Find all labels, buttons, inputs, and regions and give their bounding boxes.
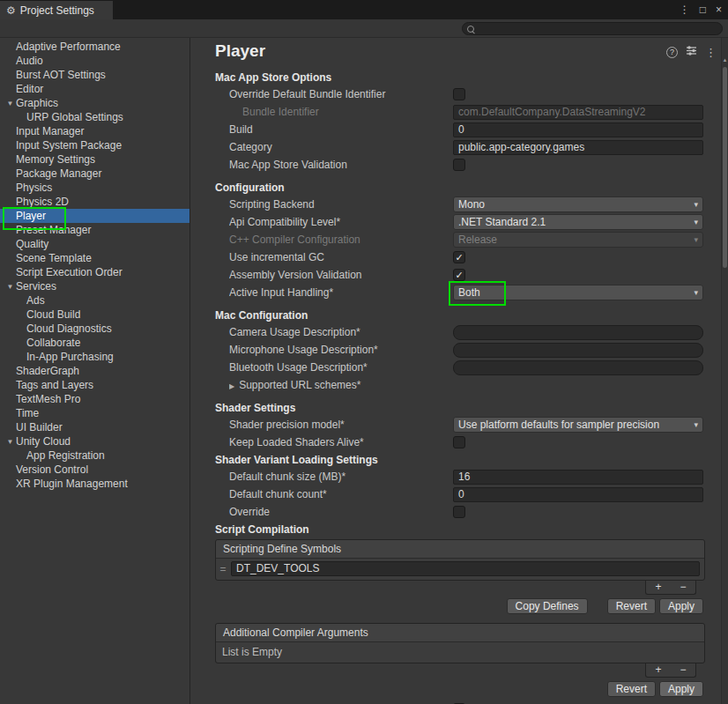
sidebar-item-ui-builder[interactable]: UI Builder xyxy=(0,420,189,434)
sidebar-item-services[interactable]: ▼Services xyxy=(0,279,189,293)
sidebar-item-app-registration[interactable]: App Registration xyxy=(0,448,189,463)
sidebar-item-physics[interactable]: Physics xyxy=(0,181,189,195)
keep-loaded-shaders-alive-checkbox[interactable] xyxy=(453,436,465,448)
sidebar-item-time[interactable]: Time xyxy=(0,406,189,420)
scroll-up-icon[interactable]: ▲ xyxy=(722,57,728,63)
revert-button[interactable]: Revert xyxy=(607,681,656,697)
sidebar-item-tags-and-layers[interactable]: Tags and Layers xyxy=(0,378,189,392)
sidebar-item-label: Editor xyxy=(16,83,43,95)
sidebar-item-audio[interactable]: Audio xyxy=(0,54,189,68)
section-header-shader-settings: Shader Settings xyxy=(190,399,721,416)
sidebar-item-label: Collaborate xyxy=(26,337,80,349)
search-box[interactable] xyxy=(462,22,723,35)
assembly-version-validation-checkbox[interactable]: ✓ xyxy=(453,269,465,281)
sidebar-item-player[interactable]: Player xyxy=(0,209,189,223)
sidebar-item-label: Physics 2D xyxy=(16,196,69,208)
sidebar-item-preset-manager[interactable]: Preset Manager xyxy=(0,223,189,237)
chevron-down-icon: ▾ xyxy=(694,235,698,244)
vertical-scrollbar[interactable]: ▲ xyxy=(721,38,728,704)
sidebar-item-scene-template[interactable]: Scene Template xyxy=(0,251,189,265)
sidebar-item-label: App Registration xyxy=(26,449,105,462)
apply-button[interactable]: Apply xyxy=(659,598,703,614)
chevron-down-icon: ▾ xyxy=(694,420,698,429)
sidebar-item-quality[interactable]: Quality xyxy=(0,237,189,251)
define-symbol-list-item[interactable]: = DT_DEV_TOOLS xyxy=(219,561,700,576)
field-label: Api Compatibility Level* xyxy=(229,216,453,228)
drag-handle-icon[interactable]: = xyxy=(219,563,227,575)
remove-button[interactable]: − xyxy=(673,582,693,593)
default-chunk-count-field[interactable]: 0 xyxy=(453,487,703,502)
copy-defines-button[interactable]: Copy Defines xyxy=(507,598,588,614)
sidebar-item-editor[interactable]: Editor xyxy=(0,82,189,96)
bundle-identifier-field: com.DefaultCompany.DataStreamingV2 xyxy=(453,105,703,120)
field-label: Bluetooth Usage Description* xyxy=(229,361,453,374)
search-input[interactable] xyxy=(478,23,717,35)
section-header-script-compilation: Script Compilation xyxy=(190,521,721,537)
mac-app-store-validation-checkbox[interactable] xyxy=(453,159,465,171)
add-button[interactable]: + xyxy=(649,582,668,593)
row-api-compatibility-level: Api Compatibility Level* .NET Standard 2… xyxy=(190,213,721,231)
presets-icon[interactable] xyxy=(686,45,697,59)
sidebar-item-package-manager[interactable]: Package Manager xyxy=(0,167,189,181)
sidebar-item-unity-cloud[interactable]: ▼Unity Cloud xyxy=(0,434,189,448)
default-chunk-size-field[interactable]: 16 xyxy=(453,470,703,485)
supported-url-schemes-foldout[interactable]: ▶Supported URL schemes* xyxy=(229,379,453,391)
foldout-open-icon[interactable]: ▼ xyxy=(4,283,16,291)
override-bundle-identifier-checkbox[interactable] xyxy=(453,88,465,100)
sidebar-item-physics-2d[interactable]: Physics 2D xyxy=(0,195,189,209)
sidebar-item-label: Scene Template xyxy=(16,252,92,264)
sidebar-item-adaptive-performance[interactable]: Adaptive Performance xyxy=(0,40,189,54)
bluetooth-usage-description-field[interactable] xyxy=(453,360,703,375)
sidebar-item-graphics[interactable]: ▼Graphics xyxy=(0,96,189,110)
foldout-open-icon[interactable]: ▼ xyxy=(4,438,16,446)
window-restore-icon[interactable]: □ xyxy=(700,4,706,16)
sidebar-item-label: In-App Purchasing xyxy=(26,351,114,363)
scripting-backend-dropdown[interactable]: Mono ▾ xyxy=(453,196,703,212)
scrollbar-thumb[interactable] xyxy=(723,67,727,268)
window-tab-label: Project Settings xyxy=(20,4,94,17)
sidebar-item-urp-global-settings[interactable]: URP Global Settings xyxy=(0,110,189,124)
sidebar-item-textmesh-pro[interactable]: TextMesh Pro xyxy=(0,392,189,406)
shader-precision-model-dropdown[interactable]: Use platform defaults for sampler precis… xyxy=(453,417,703,433)
help-icon[interactable]: ? xyxy=(666,47,678,58)
window-close-icon[interactable]: × xyxy=(716,4,722,16)
active-input-handling-dropdown[interactable]: Both ▾ xyxy=(453,285,703,300)
sidebar-item-xr-plugin-management[interactable]: XR Plugin Management xyxy=(0,477,189,491)
dropdown-value: .NET Standard 2.1 xyxy=(458,216,694,228)
build-field[interactable]: 0 xyxy=(453,122,703,137)
use-incremental-gc-checkbox[interactable]: ✓ xyxy=(453,251,465,263)
window-tab-project-settings[interactable]: ⚙ Project Settings xyxy=(0,1,113,19)
sidebar-item-input-system-package[interactable]: Input System Package xyxy=(0,138,189,152)
sidebar-item-ads[interactable]: Ads xyxy=(0,293,189,308)
row-active-input-handling: Active Input Handling* Both ▾ xyxy=(190,284,721,301)
remove-button[interactable]: − xyxy=(673,664,693,676)
sidebar-item-collaborate[interactable]: Collaborate xyxy=(0,336,189,350)
sidebar-item-burst-aot-settings[interactable]: Burst AOT Settings xyxy=(0,68,189,82)
section-header-mac-configuration: Mac Configuration xyxy=(190,307,721,323)
foldout-open-icon[interactable]: ▼ xyxy=(4,100,16,107)
sidebar-item-label: Input System Package xyxy=(16,139,122,152)
sidebar-item-shadergraph[interactable]: ShaderGraph xyxy=(0,364,189,378)
camera-usage-description-field[interactable] xyxy=(453,325,703,340)
row-supported-url-schemes: ▶Supported URL schemes* xyxy=(190,376,721,394)
sidebar-item-input-manager[interactable]: Input Manager xyxy=(0,124,189,138)
sidebar-item-cloud-diagnostics[interactable]: Cloud Diagnostics xyxy=(0,322,189,336)
row-override: Override xyxy=(190,503,721,521)
override-checkbox[interactable] xyxy=(453,506,465,518)
revert-button[interactable]: Revert xyxy=(607,598,656,614)
sidebar-item-version-control[interactable]: Version Control xyxy=(0,463,189,477)
sidebar-item-cloud-build[interactable]: Cloud Build xyxy=(0,308,189,322)
define-symbol-field[interactable]: DT_DEV_TOOLS xyxy=(231,561,700,576)
add-button[interactable]: + xyxy=(649,664,668,676)
apply-button[interactable]: Apply xyxy=(659,681,703,697)
sidebar-item-in-app-purchasing[interactable]: In-App Purchasing xyxy=(0,350,189,364)
category-field[interactable]: public.app-category.games xyxy=(453,140,703,155)
microphone-usage-description-field[interactable] xyxy=(453,343,703,358)
sidebar-item-memory-settings[interactable]: Memory Settings xyxy=(0,152,189,167)
sidebar-item-label: ShaderGraph xyxy=(16,365,79,377)
sidebar-item-label: Time xyxy=(16,407,39,419)
api-compatibility-level-dropdown[interactable]: .NET Standard 2.1 ▾ xyxy=(453,214,703,230)
sidebar-item-script-execution-order[interactable]: Script Execution Order xyxy=(0,265,189,279)
window-menu-icon[interactable]: ⋮ xyxy=(680,4,690,16)
panel-menu-icon[interactable]: ⋮ xyxy=(705,47,717,58)
